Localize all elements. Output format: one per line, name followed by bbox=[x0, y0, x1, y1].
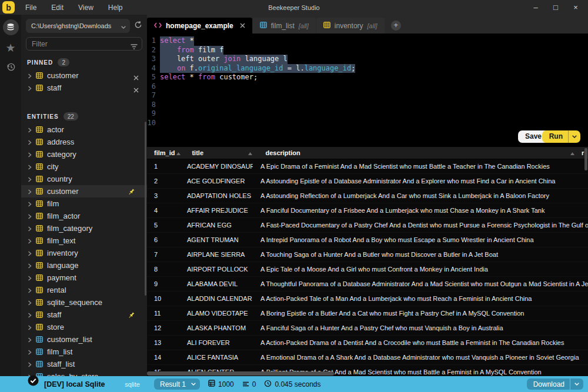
chevron-right-icon[interactable] bbox=[28, 223, 32, 234]
chevron-right-icon[interactable] bbox=[28, 149, 32, 160]
code-line-2[interactable]: 2 from film f bbox=[147, 46, 588, 55]
column-header-film_id[interactable]: film_id bbox=[147, 147, 186, 159]
sidebar-scrollbar[interactable] bbox=[145, 122, 146, 296]
sql-editor[interactable]: 1select *2 from film f3 left outer join … bbox=[147, 33, 588, 147]
chevron-right-icon[interactable] bbox=[28, 199, 32, 209]
chevron-right-icon[interactable] bbox=[28, 211, 32, 222]
chevron-right-icon[interactable] bbox=[28, 137, 32, 148]
entity-item-film_actor[interactable]: film_actor bbox=[21, 210, 147, 222]
entity-item-film[interactable]: film bbox=[21, 197, 147, 210]
code-line-9[interactable]: 9 bbox=[147, 109, 588, 119]
chevron-right-icon[interactable] bbox=[28, 162, 32, 172]
chevron-right-icon[interactable] bbox=[28, 273, 32, 283]
run-options-caret-icon[interactable] bbox=[568, 130, 580, 143]
entity-item-film_text[interactable]: film_text bbox=[21, 234, 147, 247]
entity-item-address[interactable]: address bbox=[21, 136, 147, 148]
sort-ascending-icon[interactable] bbox=[570, 149, 574, 156]
download-options-caret-icon[interactable] bbox=[570, 378, 583, 390]
vertical-scrollbar[interactable] bbox=[584, 148, 587, 170]
table-row[interactable]: 4AFFAIR PREJUDICEA Fanciful Documentary … bbox=[147, 203, 588, 218]
close-icon[interactable]: × bbox=[572, 3, 580, 12]
pin-icon[interactable] bbox=[128, 187, 135, 198]
table-row[interactable]: 6AGENT TRUMANA Intrepid Panorama of a Ro… bbox=[147, 233, 588, 247]
sort-ascending-icon[interactable] bbox=[248, 149, 252, 156]
entity-item-actor[interactable]: actor bbox=[21, 123, 147, 136]
filter-input[interactable] bbox=[26, 37, 142, 51]
pinned-item-customer[interactable]: customer bbox=[21, 69, 147, 82]
chevron-right-icon[interactable] bbox=[28, 334, 32, 345]
entity-item-film_category[interactable]: film_category bbox=[21, 222, 147, 234]
download-button[interactable]: Download bbox=[527, 378, 583, 390]
chevron-right-icon[interactable] bbox=[28, 174, 32, 185]
table-row[interactable]: 5AFRICAN EGGA Fast-Paced Documentary of … bbox=[147, 218, 588, 233]
connection-select[interactable]: C:\Users\ghstng\Downloads bbox=[26, 19, 130, 33]
chevron-right-icon[interactable] bbox=[28, 248, 32, 259]
chevron-right-icon[interactable] bbox=[28, 359, 32, 370]
entity-item-customer_list[interactable]: customer_list bbox=[21, 333, 147, 346]
code-line-5[interactable]: 5select * from customer; bbox=[147, 73, 588, 82]
table-row[interactable]: 7AIRPLANE SIERRAA Touching Saga of a Hun… bbox=[147, 247, 588, 262]
filter-icon[interactable] bbox=[131, 41, 138, 52]
entity-item-city[interactable]: city bbox=[21, 160, 147, 173]
menu-edit[interactable]: Edit bbox=[49, 2, 65, 13]
code-line-1[interactable]: 1select * bbox=[147, 36, 588, 46]
entity-item-staff[interactable]: staff bbox=[21, 309, 147, 321]
chevron-right-icon[interactable] bbox=[28, 83, 32, 93]
chevron-right-icon[interactable] bbox=[28, 260, 32, 271]
menu-file[interactable]: File bbox=[24, 2, 38, 13]
horizontal-scrollbar[interactable] bbox=[147, 371, 334, 376]
code-area[interactable]: 1select *2 from film f3 left outer join … bbox=[147, 36, 588, 128]
entity-item-customer[interactable]: customer bbox=[21, 185, 147, 197]
close-icon[interactable] bbox=[240, 22, 245, 30]
entity-item-film_list[interactable]: film_list bbox=[21, 346, 147, 358]
entity-item-sqlite_sequence[interactable]: sqlite_sequence bbox=[21, 296, 147, 309]
history-tab-icon[interactable] bbox=[6, 62, 16, 74]
chevron-right-icon[interactable] bbox=[28, 186, 32, 197]
tab-inventory[interactable]: inventory[all] bbox=[316, 18, 385, 33]
table-row[interactable]: 11ALAMO VIDEOTAPEA Boring Epistle of a B… bbox=[147, 306, 588, 321]
tab-film_list[interactable]: film_list[all] bbox=[253, 18, 316, 33]
database-tab-icon[interactable] bbox=[3, 19, 19, 35]
chevron-right-icon[interactable] bbox=[28, 285, 32, 296]
table-row[interactable]: 9ALABAMA DEVILA Thoughtful Panorama of a… bbox=[147, 277, 588, 292]
tab-homepage_example[interactable]: homepage_example bbox=[147, 18, 252, 33]
connection-status[interactable]: [DEV] local Sqlite sqlite bbox=[0, 380, 147, 388]
code-line-8[interactable]: 8 bbox=[147, 100, 588, 110]
minimize-icon[interactable]: – bbox=[532, 3, 540, 12]
table-row[interactable]: 1ACADEMY DINOSAURA Epic Drama of a Femin… bbox=[147, 159, 588, 174]
chevron-right-icon[interactable] bbox=[28, 310, 32, 320]
chevron-right-icon[interactable] bbox=[28, 71, 32, 81]
chevron-right-icon[interactable] bbox=[28, 347, 32, 357]
result-selector[interactable]: Result 1 bbox=[154, 378, 200, 390]
sort-ascending-icon[interactable] bbox=[176, 149, 181, 156]
chevron-right-icon[interactable] bbox=[28, 125, 32, 135]
entity-item-inventory[interactable]: inventory bbox=[21, 247, 147, 259]
chevron-right-icon[interactable] bbox=[28, 236, 32, 246]
table-row[interactable]: 14ALICE FANTASIAA Emotional Drama of a A… bbox=[147, 350, 588, 365]
entity-item-language[interactable]: language bbox=[21, 259, 147, 272]
new-tab-button[interactable]: + bbox=[391, 21, 401, 31]
entity-item-payment[interactable]: payment bbox=[21, 272, 147, 284]
menu-view[interactable]: View bbox=[76, 2, 95, 13]
code-line-7[interactable]: 7 bbox=[147, 91, 588, 100]
table-row[interactable]: 8AIRPORT POLLOCKA Epic Tale of a Moose A… bbox=[147, 262, 588, 277]
code-line-6[interactable]: 6 bbox=[147, 82, 588, 92]
table-row[interactable]: 3ADAPTATION HOLESA Astounding Reflection… bbox=[147, 189, 588, 203]
chevron-right-icon[interactable] bbox=[28, 297, 32, 308]
pin-icon[interactable] bbox=[128, 311, 135, 321]
pinned-item-staff[interactable]: staff bbox=[21, 82, 147, 94]
refresh-icon[interactable] bbox=[134, 21, 142, 31]
code-line-3[interactable]: 3 left outer join language l bbox=[147, 55, 588, 64]
entity-item-staff_list[interactable]: staff_list bbox=[21, 358, 147, 370]
column-header-title[interactable]: title bbox=[186, 147, 258, 159]
run-button[interactable]: Run bbox=[542, 130, 580, 143]
close-icon[interactable] bbox=[133, 85, 139, 95]
menu-help[interactable]: Help bbox=[106, 2, 125, 13]
entity-item-category[interactable]: category bbox=[21, 148, 147, 160]
favorites-tab-icon[interactable]: ★ bbox=[5, 42, 15, 53]
entity-item-rental[interactable]: rental bbox=[21, 284, 147, 296]
table-row[interactable]: 2ACE GOLDFINGERA Astounding Epistle of a… bbox=[147, 174, 588, 189]
entity-item-sales_by_store[interactable]: sales_by_store bbox=[21, 370, 147, 376]
entity-item-store[interactable]: store bbox=[21, 321, 147, 333]
table-row[interactable]: 13ALI FOREVERA Action-Packed Drama of a … bbox=[147, 336, 588, 350]
